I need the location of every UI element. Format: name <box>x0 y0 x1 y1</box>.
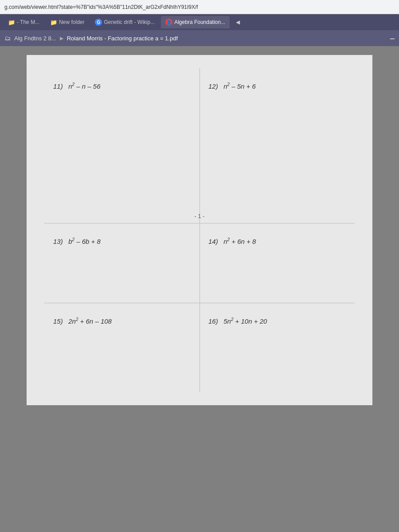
tab-algebra-icon: 👤 <box>165 19 172 26</box>
toolbar-bar: 🗂 Alg Fndtns 2 8... ▶ Roland Morris - Fa… <box>0 30 399 46</box>
tab-the-m-icon: 📁 <box>8 19 15 26</box>
tab-genetic[interactable]: G Genetic drift - Wikip... <box>90 16 159 28</box>
tab-extra[interactable]: ◀ <box>231 16 244 28</box>
problem-12: 12) n2 – 5n + 6 <box>200 68 355 223</box>
problem-15-expr: 15) 2n2 + 6n – 108 <box>53 317 112 326</box>
problem-16-expr: 16) 5n2 + 10n + 20 <box>208 317 267 326</box>
breadcrumb-arrow-icon: ▶ <box>60 35 63 41</box>
pdf-page: 11) n2 – n – 56 12) n2 – 5n + 6 - 1 - 13… <box>27 55 372 405</box>
minimize-button[interactable]: – <box>390 34 395 43</box>
tab-the-m[interactable]: 📁 - The M... <box>4 16 44 28</box>
tab-new-folder[interactable]: 📁 New folder <box>46 16 89 28</box>
tab-new-folder-icon: 📁 <box>50 19 57 26</box>
page-number: - 1 - <box>194 213 204 219</box>
problem-14-expr: 14) n2 + 6n + 8 <box>208 237 256 246</box>
problem-15: 15) 2n2 + 6n – 108 <box>44 303 200 392</box>
problem-13-expr: 13) b2 – 6b + 8 <box>53 237 101 246</box>
page-lower-row-1: 13) b2 – 6b + 8 14) n2 + 6n + 8 <box>44 223 355 303</box>
vertical-divider-3 <box>200 303 200 392</box>
url-bar[interactable]: g.com/web/viewer.html?state=%7B"ids"%3A%… <box>0 0 399 14</box>
breadcrumb-folder[interactable]: Alg Fndtns 2 8... <box>14 35 56 42</box>
url-text: g.com/web/viewer.html?state=%7B"ids"%3A%… <box>4 4 198 10</box>
page-lower-section: 13) b2 – 6b + 8 14) n2 + 6n + 8 15) 2n2 … <box>44 223 355 392</box>
tab-bar: 📁 - The M... 📁 New folder G Genetic drif… <box>0 14 399 30</box>
problem-11: 11) n2 – n – 56 <box>44 68 200 223</box>
tab-extra-icon: ◀ <box>236 19 240 25</box>
pdf-area: 11) n2 – n – 56 12) n2 – 5n + 6 - 1 - 13… <box>0 46 399 532</box>
tab-algebra[interactable]: 👤 Algebra Foundation... <box>161 16 230 28</box>
problem-13: 13) b2 – 6b + 8 <box>44 223 200 303</box>
vertical-divider-2 <box>200 223 200 303</box>
toolbar-folder-icon: 🗂 <box>4 35 11 42</box>
tab-genetic-icon: G <box>95 19 102 26</box>
problem-14: 14) n2 + 6n + 8 <box>200 223 355 303</box>
breadcrumb-file: Roland Morris - Factoring practice a = 1… <box>67 35 178 42</box>
page-upper-section: 11) n2 – n – 56 12) n2 – 5n + 6 - 1 - <box>44 68 355 223</box>
page-lower-row-2: 15) 2n2 + 6n – 108 16) 5n2 + 10n + 20 <box>44 303 355 392</box>
problem-16: 16) 5n2 + 10n + 20 <box>200 303 355 392</box>
problem-12-expr: 12) n2 – 5n + 6 <box>208 82 256 91</box>
vertical-divider <box>200 68 200 223</box>
problem-11-expr: 11) n2 – n – 56 <box>53 82 100 91</box>
